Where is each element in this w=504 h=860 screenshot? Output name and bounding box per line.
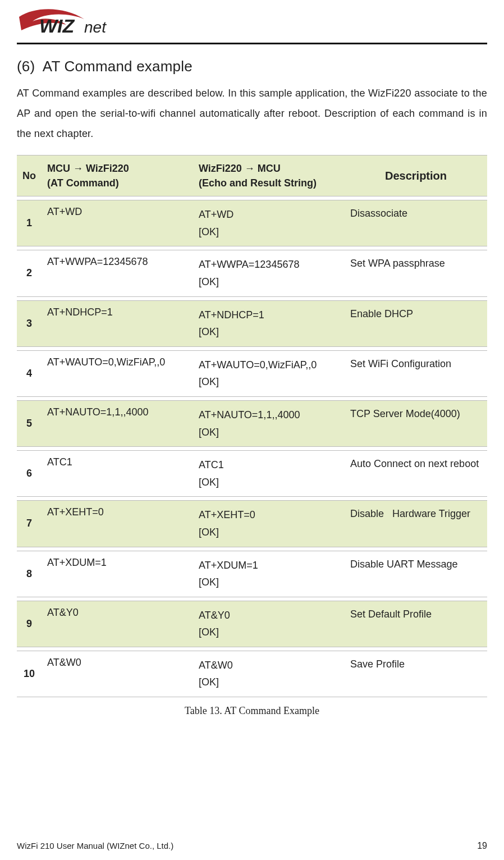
cell-desc: Set WiFi Configuration — [345, 350, 487, 397]
cell-desc: Disable Hardware Trigger — [345, 500, 487, 547]
cell-mcu: AT&W0 — [42, 651, 193, 697]
svg-text:WIZ: WIZ — [39, 15, 75, 36]
cell-no: 6 — [17, 450, 42, 497]
cell-echo: AT+NDHCP=1[OK] — [193, 300, 345, 347]
cell-mcu: AT&Y0 — [42, 601, 193, 647]
cell-echo: AT+WAUTO=0,WizFiAP,,0[OK] — [193, 350, 345, 397]
cell-mcu: AT+WWPA=12345678 — [42, 250, 193, 296]
table-row: 6ATC1ATC1[OK]Auto Connect on next reboot — [17, 450, 487, 497]
intro-paragraph: AT Command examples are described below.… — [17, 83, 487, 144]
cell-mcu: AT+XDUM=1 — [42, 551, 193, 597]
cell-echo: AT+NAUTO=1,1,,4000[OK] — [193, 400, 345, 447]
table-row: 3AT+NDHCP=1AT+NDHCP=1[OK]Enable DHCP — [17, 300, 487, 347]
page-number: 19 — [477, 841, 487, 851]
cell-no: 7 — [17, 500, 42, 547]
cell-no: 3 — [17, 300, 42, 347]
cell-desc: Save Profile — [345, 651, 487, 697]
cell-mcu: AT+NAUTO=1,1,,4000 — [42, 400, 193, 447]
brand-logo: WIZ net — [17, 6, 487, 38]
cell-no: 2 — [17, 250, 42, 296]
col-no: No — [17, 155, 42, 196]
table-row: 10AT&W0AT&W0[OK]Save Profile — [17, 651, 487, 697]
cell-echo: AT&W0[OK] — [193, 651, 345, 697]
col-echo: WizFi220 → MCU(Echo and Result String) — [193, 155, 345, 196]
cell-desc: Enable DHCP — [345, 300, 487, 347]
cell-mcu: AT+NDHCP=1 — [42, 300, 193, 347]
cell-mcu: AT+WD — [42, 200, 193, 246]
header-divider — [17, 43, 487, 44]
table-header-row: No MCU → WizFi220(AT Command) WizFi220 →… — [17, 155, 487, 196]
col-mcu: MCU → WizFi220(AT Command) — [42, 155, 193, 196]
table-row: 2AT+WWPA=12345678AT+WWPA=12345678[OK]Set… — [17, 250, 487, 296]
cell-no: 1 — [17, 200, 42, 246]
page-header: WIZ net — [17, 6, 487, 38]
cell-mcu: ATC1 — [42, 450, 193, 497]
svg-text:net: net — [84, 19, 107, 36]
table-caption: Table 13. AT Command Example — [17, 705, 487, 717]
table-row: 5AT+NAUTO=1,1,,4000AT+NAUTO=1,1,,4000[OK… — [17, 400, 487, 447]
cell-desc: Set Default Profile — [345, 601, 487, 647]
at-command-table: No MCU → WizFi220(AT Command) WizFi220 →… — [17, 152, 487, 701]
cell-no: 9 — [17, 601, 42, 647]
cell-echo: ATC1[OK] — [193, 450, 345, 497]
section-heading: (6) AT Command example — [17, 58, 487, 75]
cell-mcu: AT+XEHT=0 — [42, 500, 193, 547]
footer-left-text: WizFi 210 User Manual (WIZnet Co., Ltd.) — [17, 841, 173, 850]
cell-desc: Auto Connect on next reboot — [345, 450, 487, 497]
document-page: WIZ net (6) AT Command example AT Comman… — [0, 0, 504, 860]
table-row: 8AT+XDUM=1AT+XDUM=1[OK]Disable UART Mess… — [17, 551, 487, 597]
cell-echo: AT+XEHT=0[OK] — [193, 500, 345, 547]
cell-desc: Set WPA passphrase — [345, 250, 487, 296]
cell-echo: AT+WD[OK] — [193, 200, 345, 246]
cell-desc: Disassociate — [345, 200, 487, 246]
col-desc: Description — [345, 155, 487, 196]
cell-echo: AT+XDUM=1[OK] — [193, 551, 345, 597]
cell-mcu: AT+WAUTO=0,WizFiAP,,0 — [42, 350, 193, 397]
table-row: 1AT+WDAT+WD[OK]Disassociate — [17, 200, 487, 246]
cell-no: 4 — [17, 350, 42, 397]
cell-no: 5 — [17, 400, 42, 447]
cell-no: 8 — [17, 551, 42, 597]
table-row: 9AT&Y0AT&Y0[OK]Set Default Profile — [17, 601, 487, 647]
page-footer: WizFi 210 User Manual (WIZnet Co., Ltd.)… — [17, 841, 487, 851]
cell-echo: AT+WWPA=12345678[OK] — [193, 250, 345, 296]
wiznet-logo-icon: WIZ net — [17, 8, 136, 38]
cell-no: 10 — [17, 651, 42, 697]
cell-desc: TCP Server Mode(4000) — [345, 400, 487, 447]
table-row: 7AT+XEHT=0AT+XEHT=0[OK]Disable Hardware … — [17, 500, 487, 547]
cell-desc: Disable UART Message — [345, 551, 487, 597]
main-content: (6) AT Command example AT Command exampl… — [17, 58, 487, 717]
cell-echo: AT&Y0[OK] — [193, 601, 345, 647]
table-row: 4AT+WAUTO=0,WizFiAP,,0AT+WAUTO=0,WizFiAP… — [17, 350, 487, 397]
